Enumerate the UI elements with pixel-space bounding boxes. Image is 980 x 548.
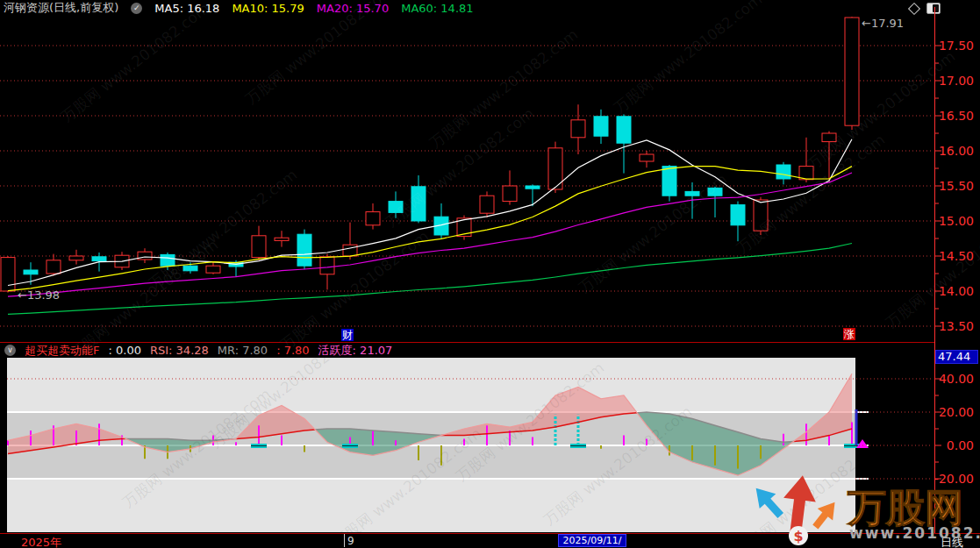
low-price-annotation: ←13.98 <box>18 288 60 302</box>
site-logo: $ 万股网 www.201082.com <box>746 472 980 548</box>
trading-terminal: 河钢资源(日线,前复权) ✓ MA5: 16.18 MA10: 15.79 MA… <box>0 0 980 548</box>
activity-readout: 活跃度: 21.07 <box>318 343 393 359</box>
event-badge-finance[interactable]: 财 <box>341 329 354 341</box>
ma5-readout: MA5: 16.18 <box>154 2 219 15</box>
logo-arrows: $ <box>748 473 842 545</box>
mr-readout: MR: 7.80 <box>218 344 268 357</box>
month-divider <box>344 534 345 547</box>
indicator-current-tag: 47.44 <box>935 350 978 364</box>
price-axis <box>930 0 980 548</box>
rsi-readout: RSI: 34.28 <box>150 344 209 357</box>
indicator-name[interactable]: 超买超卖动能F <box>25 343 99 359</box>
mr2-readout: : 7.80 <box>276 344 309 357</box>
axis-month-label: 9 <box>347 535 354 547</box>
collapse-panel-icon[interactable]: ✓ <box>131 3 142 14</box>
stock-title: 河钢资源(日线,前复权) <box>4 0 118 16</box>
ma60-readout: MA60: 14.81 <box>401 2 473 15</box>
high-price-annotation: ←17.91 <box>862 17 904 30</box>
collapse-indicator-icon[interactable]: ∨ <box>4 345 16 356</box>
axis-year-label: 2025年 <box>21 535 61 548</box>
logo-title: 万股网 <box>847 485 963 530</box>
event-badge-rise[interactable]: 涨 <box>843 328 855 340</box>
indicator-header: ∨ 超买超卖动能F : 0.00 RSI: 34.28 MR: 7.80 : 7… <box>0 343 930 358</box>
chart-header: 河钢资源(日线,前复权) ✓ MA5: 16.18 MA10: 15.79 MA… <box>0 0 930 16</box>
ma20-readout: MA20: 15.70 <box>317 2 389 15</box>
svg-text:$: $ <box>793 528 803 544</box>
cursor-date-tag: 2025/09/11/四 <box>558 534 626 547</box>
candlestick-chart[interactable] <box>0 16 935 342</box>
ma10-readout: MA10: 15.79 <box>232 2 304 15</box>
indicator-value: : 0.00 <box>108 344 140 357</box>
logo-url: www.201082.com <box>849 524 980 542</box>
